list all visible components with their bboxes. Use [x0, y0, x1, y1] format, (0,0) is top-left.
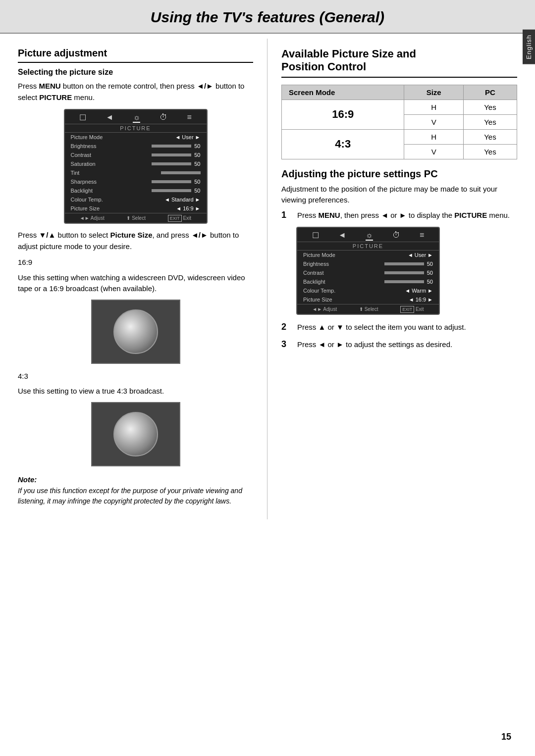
intro-paragraph: Press MENU button on the remote control,…: [18, 81, 253, 103]
step-3: 3 Press ◄ or ► to adjust the settings as…: [281, 339, 517, 351]
circle-sphere-43: [113, 412, 158, 456]
step-2-num: 2: [281, 322, 292, 332]
tv-menu2-row-colourtemp: Colour Temp. ◄ Warm ►: [297, 286, 439, 295]
table-cell-43h: H: [404, 129, 463, 144]
page-header: Using the TV's features (General): [0, 0, 535, 34]
table-header-pc: PC: [463, 85, 517, 100]
table-row-43h: 4:3 H Yes: [282, 129, 517, 144]
menu-icon-brightness: ☼: [133, 113, 140, 123]
table-cell-43v: V: [404, 144, 463, 159]
step-3-num: 3: [281, 339, 292, 350]
tv-menu-row-tint: Tint: [65, 168, 207, 177]
table-cell-169: 16:9: [282, 100, 404, 129]
tv-menu-row-colourtemp: Colour Temp. ◄ Standard ►: [65, 195, 207, 204]
right-column: Available Picture Size andPosition Contr…: [268, 39, 535, 519]
mode-43-label: 4:3: [18, 371, 253, 382]
step-2: 2 Press ▲ or ▼ to select the item you wa…: [281, 322, 517, 333]
table-cell-43v-pc: Yes: [463, 144, 517, 159]
left-column: Picture adjustment Selecting the picture…: [0, 39, 268, 519]
lr-arrow-bold: ◄/►: [191, 231, 208, 239]
tv-menu-row-picturemode: Picture Mode ◄ User ►: [65, 133, 207, 142]
picture-table: Screen Mode Size PC 16:9 H Yes V Yes 4:3…: [281, 85, 517, 159]
menu2-icon-settings: ≡: [420, 231, 424, 241]
table-row-169h: 16:9 H Yes: [282, 100, 517, 114]
press-paragraph: Press ▼/▲ button to select Picture Size,…: [18, 230, 253, 252]
menu2-icon-timer: ⏱: [392, 231, 400, 241]
menu2-icon-arrow: ◄: [338, 231, 346, 241]
side-tab: English: [523, 30, 535, 64]
tv-menu2-row-picturesize: Picture Size ◄ 16:9 ►: [297, 295, 439, 304]
note-section: Note: If you use this function except fo…: [18, 475, 253, 506]
page-number: 15: [501, 732, 511, 742]
table-cell-169v: V: [404, 114, 463, 129]
step-1: 1 Press MENU, then press ◄ or ► to displ…: [281, 210, 517, 221]
menu-icon-timer: ⏱: [160, 113, 167, 123]
menu-icon-screen: ☐: [79, 113, 86, 123]
menu-icon-arrow: ◄: [106, 113, 113, 123]
right-section-title: Available Picture Size andPosition Contr…: [281, 48, 517, 78]
picture-bold: PICTURE: [39, 93, 72, 101]
menu-bold: MENU: [39, 82, 61, 90]
mode-43-desc: Use this setting to view a true 4:3 broa…: [18, 386, 253, 397]
circle-image-169: [91, 300, 180, 364]
adj-section-title: Adjusting the picture settings PC: [281, 168, 517, 180]
tv-menu-row-contrast: Contrast 50: [65, 151, 207, 159]
arrow-bold: ◄/►: [197, 82, 214, 90]
table-cell-43: 4:3: [282, 129, 404, 159]
step-2-content: Press ▲ or ▼ to select the item you want…: [297, 322, 517, 333]
tv-menu2-row-backlight: Backlight 50: [297, 277, 439, 286]
note-label: Note:: [18, 475, 253, 484]
left-section-title: Picture adjustment: [18, 48, 253, 63]
adj-intro: Adjustment to the position of the pictur…: [281, 184, 517, 206]
tv-menu2-row-picturemode: Picture Mode ◄ User ►: [297, 251, 439, 259]
mode-169-desc: Use this setting when watching a widescr…: [18, 272, 253, 295]
tv-menu-icons-2: ☐ ◄ ☼ ⏱ ≡: [297, 228, 439, 242]
content-columns: Picture adjustment Selecting the picture…: [0, 34, 535, 519]
table-cell-43h-pc: Yes: [463, 129, 517, 144]
menu2-icon-brightness: ☼: [366, 231, 373, 241]
table-cell-169v-pc: Yes: [463, 114, 517, 129]
tv-menu-row-picturesize: Picture Size ◄ 16:9 ►: [65, 204, 207, 213]
down-up-bold: ▼/▲: [39, 231, 56, 239]
tv-menu-label-1: PICTURE: [65, 124, 207, 133]
step-1-content: Press MENU, then press ◄ or ► to display…: [297, 210, 517, 221]
mode-169-label: 16:9: [18, 257, 253, 268]
tv-menu-row-saturation: Saturation 50: [65, 159, 207, 168]
note-text: If you use this function except for the …: [18, 486, 253, 506]
subsection-title: Selecting the picture size: [18, 68, 253, 77]
tv-menu2-row-contrast: Contrast 50: [297, 268, 439, 277]
table-header-size: Size: [404, 85, 463, 100]
menu-icon-settings: ≡: [187, 113, 192, 123]
step-3-content: Press ◄ or ► to adjust the settings as d…: [297, 339, 517, 351]
circle-image-43: [91, 402, 180, 466]
tv-menu-2: ☐ ◄ ☼ ⏱ ≡ PICTURE Picture Mode ◄ User ► …: [296, 227, 440, 315]
tv-menu-label-2: PICTURE: [297, 242, 439, 251]
step-1-num: 1: [281, 210, 292, 220]
table-cell-169h-pc: Yes: [463, 100, 517, 114]
tv-menu-icons-1: ☐ ◄ ☼ ⏱ ≡: [65, 110, 207, 124]
tv-menu-footer-2: ◄► Adjust ⬆ Select EXIT Exit: [297, 304, 439, 314]
table-header-screenmode: Screen Mode: [282, 85, 404, 100]
table-cell-169h: H: [404, 100, 463, 114]
picture-size-bold: Picture Size: [110, 231, 152, 239]
menu2-icon-screen: ☐: [312, 231, 319, 241]
tv-menu-row-sharpness: Sharpness 50: [65, 177, 207, 186]
tv-menu-footer-1: ◄► Adjust ⬆ Select EXIT Exit: [65, 213, 207, 223]
tv-menu-row-backlight: Backlight 50: [65, 186, 207, 195]
tv-menu-1: ☐ ◄ ☼ ⏱ ≡ PICTURE Picture Mode ◄ User ► …: [64, 109, 208, 224]
page-header-title: Using the TV's features (General): [151, 9, 384, 25]
tv-menu-row-brightness: Brightness 50: [65, 142, 207, 151]
circle-sphere-169: [113, 309, 158, 354]
tv-menu2-row-brightness: Brightness 50: [297, 259, 439, 268]
